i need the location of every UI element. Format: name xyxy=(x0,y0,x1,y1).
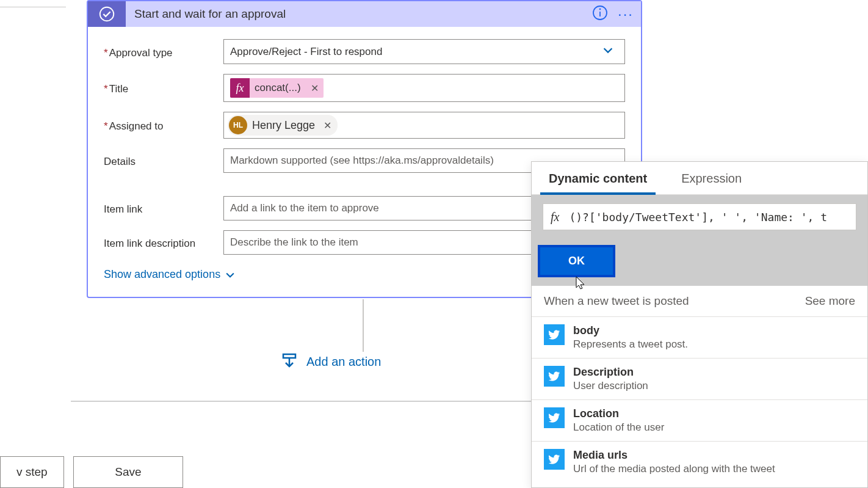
panel-tabs: Dynamic content Expression xyxy=(532,162,867,195)
add-action-icon xyxy=(281,352,298,372)
more-icon[interactable]: ··· xyxy=(618,5,634,23)
assigned-to-input[interactable]: HL Henry Legge ✕ xyxy=(223,112,625,139)
svg-point-0 xyxy=(100,7,114,21)
avatar: HL xyxy=(229,116,247,134)
dc-item-text: Description User description xyxy=(573,366,648,392)
twitter-icon xyxy=(544,449,565,470)
row-title: *Title fx concat(...) ✕ xyxy=(104,74,625,102)
label-details: Details xyxy=(104,153,223,168)
approval-type-value: Approve/Reject - First to respond xyxy=(230,46,382,58)
expression-input[interactable]: fx ()?['body/TweetText'], ' ', 'Name: ',… xyxy=(543,203,856,230)
info-icon[interactable] xyxy=(592,5,608,23)
dc-item-text: Media urls Url of the media posted along… xyxy=(573,449,775,475)
tab-dynamic-content[interactable]: Dynamic content xyxy=(532,162,664,194)
approval-type-select[interactable]: Approve/Reject - First to respond xyxy=(223,39,625,64)
add-action-label: Add an action xyxy=(306,355,381,369)
dc-item-title: Description xyxy=(573,366,648,379)
fx-icon: fx xyxy=(230,78,250,98)
add-action-button[interactable]: Add an action xyxy=(281,352,381,372)
section-header: When a new tweet is posted See more xyxy=(532,286,867,317)
expression-text: ()?['body/TweetText'], ' ', 'Name: ', t xyxy=(569,211,827,224)
tab-expression[interactable]: Expression xyxy=(664,162,759,194)
dc-item-desc: Location of the user xyxy=(573,421,664,434)
title-input[interactable]: fx concat(...) ✕ xyxy=(223,74,625,102)
dc-item-title: body xyxy=(573,324,688,337)
row-approval-type: *Approval type Approve/Reject - First to… xyxy=(104,39,625,64)
chevron-down-icon xyxy=(224,269,236,281)
dynamic-content-panel: Dynamic content Expression fx ()?['body/… xyxy=(531,161,868,488)
fx-token-label: concat(...) xyxy=(250,82,306,94)
expression-row: fx ()?['body/TweetText'], ' ', 'Name: ',… xyxy=(532,195,867,239)
dc-item-body[interactable]: body Represents a tweet post. xyxy=(532,317,867,359)
dc-item-title: Location xyxy=(573,407,664,420)
show-advanced-toggle[interactable]: Show advanced options xyxy=(104,268,236,281)
twitter-icon xyxy=(544,366,565,387)
person-chip[interactable]: HL Henry Legge ✕ xyxy=(228,115,338,136)
show-advanced-label: Show advanced options xyxy=(104,268,220,281)
connector-line xyxy=(363,299,364,352)
svg-point-3 xyxy=(599,9,600,10)
label-title: *Title xyxy=(104,81,223,95)
twitter-icon xyxy=(544,324,565,345)
section-title: When a new tweet is posted xyxy=(544,294,689,308)
ok-wrap: OK xyxy=(532,239,867,286)
dc-item-desc: Url of the media posted along with the t… xyxy=(573,463,775,475)
svg-rect-4 xyxy=(283,354,295,358)
dc-item-text: body Represents a tweet post. xyxy=(573,324,688,351)
dc-item-media-urls[interactable]: Media urls Url of the media posted along… xyxy=(532,442,867,483)
dc-item-desc: User description xyxy=(573,380,648,392)
label-approval-type: *Approval type xyxy=(104,45,223,59)
fx-icon: fx xyxy=(551,210,559,224)
remove-person-icon[interactable]: ✕ xyxy=(324,120,331,131)
canvas: Start and wait for an approval ··· *Appr… xyxy=(0,0,868,488)
card-header[interactable]: Start and wait for an approval ··· xyxy=(88,1,641,27)
approval-icon xyxy=(88,1,126,27)
twitter-icon xyxy=(544,407,565,428)
ok-highlight: OK xyxy=(538,245,615,277)
chevron-down-icon xyxy=(601,43,615,60)
dc-item-desc: Represents a tweet post. xyxy=(573,338,688,351)
left-strip xyxy=(0,0,66,7)
fx-token[interactable]: fx concat(...) ✕ xyxy=(230,78,324,98)
dc-item-title: Media urls xyxy=(573,449,775,462)
person-name: Henry Legge xyxy=(252,119,315,132)
label-item-link-desc: Item link description xyxy=(104,235,223,250)
card-title: Start and wait for an approval xyxy=(126,7,582,21)
save-button[interactable]: Save xyxy=(73,456,183,488)
row-assigned-to: *Assigned to HL Henry Legge ✕ xyxy=(104,112,625,139)
dc-item-text: Location Location of the user xyxy=(573,407,664,434)
new-step-button[interactable]: v step xyxy=(0,456,64,488)
label-item-link: Item link xyxy=(104,201,223,216)
dc-item-location[interactable]: Location Location of the user xyxy=(532,400,867,442)
ok-button[interactable]: OK xyxy=(540,247,613,275)
dc-item-description[interactable]: Description User description xyxy=(532,359,867,400)
label-assigned-to: *Assigned to xyxy=(104,118,223,133)
see-more-link[interactable]: See more xyxy=(805,294,855,308)
remove-fx-icon[interactable]: ✕ xyxy=(306,82,324,94)
